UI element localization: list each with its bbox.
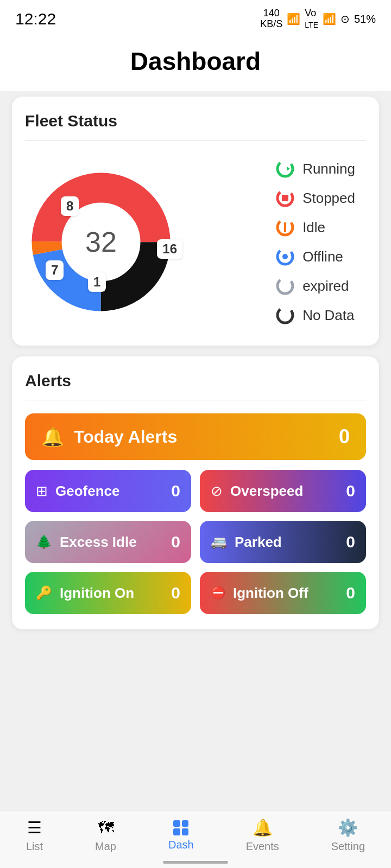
parked-count: 0 <box>346 533 355 551</box>
battery-icon: ⊙ <box>340 12 350 25</box>
excess-idle-left: 🌲 Excess Idle <box>36 534 137 551</box>
ignition-off-left: ⛔ Ignition Off <box>211 585 308 602</box>
today-alerts-bell-icon: 🔔 <box>41 426 64 448</box>
nav-events-label: Events <box>246 840 279 853</box>
stopped-icon <box>275 188 295 208</box>
alerts-title: Alerts <box>25 372 366 390</box>
today-alerts-left: 🔔 Today Alerts <box>41 426 177 448</box>
wifi-icon: 📶 <box>287 12 300 25</box>
seg-label-running: 16 <box>157 239 182 259</box>
ignition-on-icon: 🔑 <box>36 585 52 601</box>
parked-left: 🚐 Parked <box>211 534 282 551</box>
legend-nodata: No Data <box>275 305 355 325</box>
overspeed-count: 0 <box>346 482 355 500</box>
nav-map-label: Map <box>95 840 116 853</box>
status-icons: 140KB/S 📶 VoLTE 📶 ⊙ 51% <box>260 8 376 30</box>
svg-point-15 <box>278 308 293 323</box>
legend-stopped: Stopped <box>275 188 355 208</box>
geofence-left: ⊞ Geofence <box>36 483 120 500</box>
seg-label-stopped: 8 <box>61 196 79 216</box>
alerts-card: Alerts 🔔 Today Alerts 0 ⊞ Geofence 0 <box>12 356 379 629</box>
excess-idle-label: Excess Idle <box>60 534 137 551</box>
home-indicator <box>163 861 228 864</box>
bottom-nav: ☰ List 🗺 Map Dash 🔔 Events ⚙️ Setting <box>0 810 391 868</box>
stopped-label: Stopped <box>302 190 355 207</box>
parked-label: Parked <box>235 534 282 551</box>
fleet-legend: Running Stopped <box>275 159 361 325</box>
map-icon: 🗺 <box>98 819 114 837</box>
lte-icon: VoLTE <box>305 8 318 30</box>
list-icon: ☰ <box>27 818 42 837</box>
today-alerts-count: 0 <box>339 425 350 448</box>
excess-idle-count: 0 <box>171 533 180 551</box>
overspeed-left: ⊘ Overspeed <box>211 483 303 500</box>
nav-events[interactable]: 🔔 Events <box>246 818 279 853</box>
overspeed-button[interactable]: ⊘ Overspeed 0 <box>200 470 366 512</box>
svg-rect-9 <box>282 195 288 201</box>
nodata-icon <box>275 305 295 325</box>
geofence-icon: ⊞ <box>36 483 48 500</box>
running-label: Running <box>302 161 355 177</box>
overspeed-icon: ⊘ <box>211 483 223 500</box>
legend-expired: expired <box>275 276 355 296</box>
overspeed-label: Overspeed <box>230 483 303 500</box>
idle-label: Idle <box>302 219 325 236</box>
nav-dash[interactable]: Dash <box>168 820 194 851</box>
data-speed-icon: 140KB/S <box>260 8 282 30</box>
idle-icon <box>275 218 295 237</box>
status-time: 12:22 <box>15 10 56 28</box>
fleet-status-card: Fleet Status <box>12 97 379 346</box>
ignition-off-icon: ⛔ <box>211 586 225 600</box>
alert-grid: ⊞ Geofence 0 ⊘ Overspeed 0 🌲 Excess Idle <box>25 470 366 614</box>
alerts-divider <box>25 400 366 400</box>
legend-idle: Idle <box>275 218 355 237</box>
nav-list-label: List <box>26 840 43 853</box>
page-title: Dashboard <box>0 47 391 76</box>
ignition-on-button[interactable]: 🔑 Ignition On 0 <box>25 572 191 614</box>
ignition-on-label: Ignition On <box>60 585 134 602</box>
donut-chart: 32 8 16 7 1 <box>25 166 177 318</box>
donut-center-count: 32 <box>85 226 117 258</box>
dash-icon <box>173 820 188 835</box>
fleet-divider <box>25 140 366 141</box>
nodata-label: No Data <box>302 307 354 324</box>
nav-setting[interactable]: ⚙️ Setting <box>331 818 365 853</box>
today-alerts-label: Today Alerts <box>74 427 177 447</box>
expired-icon <box>275 276 295 296</box>
offline-icon <box>275 247 295 266</box>
gear-nav-icon: ⚙️ <box>338 818 358 837</box>
bell-nav-icon: 🔔 <box>253 818 273 837</box>
fleet-chart-area: 32 8 16 7 1 Running <box>25 154 366 330</box>
today-alerts-button[interactable]: 🔔 Today Alerts 0 <box>25 413 366 460</box>
legend-running: Running <box>275 159 355 178</box>
nav-setting-label: Setting <box>331 840 365 853</box>
running-icon <box>275 159 295 178</box>
svg-point-14 <box>278 278 293 293</box>
seg-label-idle: 1 <box>88 272 106 292</box>
excess-idle-button[interactable]: 🌲 Excess Idle 0 <box>25 521 191 563</box>
fleet-status-title: Fleet Status <box>25 112 366 130</box>
ignition-on-count: 0 <box>171 584 180 602</box>
seg-label-offline: 7 <box>46 260 64 280</box>
expired-label: expired <box>302 278 349 295</box>
legend-offline: Offline <box>275 247 355 266</box>
parked-icon: 🚐 <box>211 534 227 550</box>
svg-point-13 <box>282 254 288 259</box>
signal-icon: 📶 <box>323 12 336 25</box>
ignition-on-left: 🔑 Ignition On <box>36 585 134 602</box>
battery-percent: 51% <box>354 13 376 25</box>
geofence-count: 0 <box>171 482 180 500</box>
nav-map[interactable]: 🗺 Map <box>95 819 116 853</box>
offline-label: Offline <box>302 248 343 265</box>
parked-button[interactable]: 🚐 Parked 0 <box>200 521 366 563</box>
geofence-button[interactable]: ⊞ Geofence 0 <box>25 470 191 512</box>
nav-dash-label: Dash <box>168 839 194 851</box>
svg-point-6 <box>278 161 293 176</box>
ignition-off-button[interactable]: ⛔ Ignition Off 0 <box>200 572 366 614</box>
nav-list[interactable]: ☰ List <box>26 818 43 853</box>
header: Dashboard <box>0 36 391 91</box>
ignition-off-label: Ignition Off <box>233 585 308 602</box>
ignition-off-count: 0 <box>346 584 355 602</box>
status-bar: 12:22 140KB/S 📶 VoLTE 📶 ⊙ 51% <box>0 0 391 36</box>
geofence-label: Geofence <box>55 483 120 500</box>
